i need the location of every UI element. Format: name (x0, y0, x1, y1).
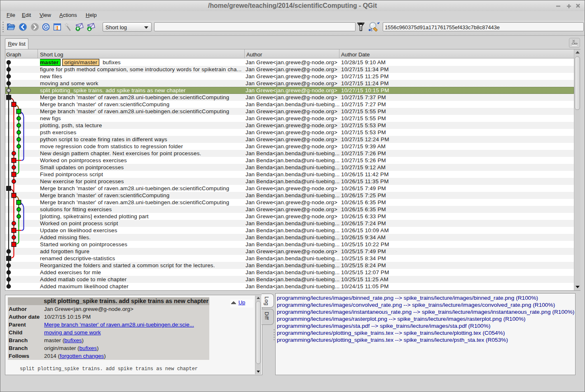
svg-text:G: G (44, 24, 48, 30)
